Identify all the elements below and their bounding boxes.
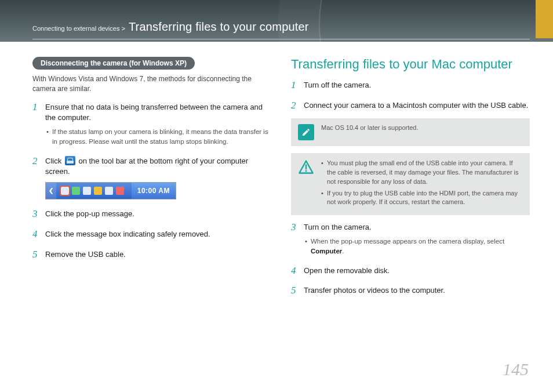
- safely-remove-icon: [65, 156, 75, 165]
- step-number: 2: [291, 100, 296, 110]
- step-bullet: When the pop-up message appears on the c…: [304, 237, 530, 256]
- taskbar-screenshot: ❮ 10:00 AM: [45, 182, 176, 199]
- step-number: 2: [32, 156, 38, 166]
- step-number: 5: [32, 249, 38, 259]
- right-steps: 1 Turn off the camera. 2 Connect your ca…: [291, 80, 530, 111]
- step-text: Click the message box indicating safely …: [45, 230, 210, 238]
- warning-note: You must plug the small end of the USB c…: [291, 153, 530, 216]
- warning-icon: [298, 159, 314, 175]
- section-title: Transferring files to your Mac computer: [291, 57, 530, 72]
- tray-icon: [83, 187, 91, 195]
- step-text: Transfer photos or videos to the compute…: [304, 286, 445, 295]
- step-text-pre: Click: [45, 157, 61, 165]
- list-item: 3 Click the pop-up message.: [32, 209, 271, 220]
- step-bullet: If the status lamp on your camera is bli…: [45, 127, 271, 146]
- step-number: 3: [291, 222, 296, 232]
- page-body: Disconnecting the camera (for Windows XP…: [0, 42, 553, 392]
- list-item: 5 Remove the USB cable.: [32, 249, 271, 260]
- warning-item: If you try to plug the USB cable into th…: [321, 189, 523, 208]
- tray-icon: [94, 187, 102, 195]
- right-steps-cont: 3 Turn on the camera. When the pop-up me…: [291, 222, 530, 296]
- svg-point-1: [305, 170, 307, 172]
- list-item: 2 Click on the tool bar at the bottom ri…: [32, 156, 271, 200]
- taskbar-clock: 10:00 AM: [132, 183, 176, 199]
- step-text: Connect your camera to a Macintosh compu…: [304, 101, 528, 110]
- page-number: 145: [503, 360, 529, 379]
- step-text-post: on the tool bar at the bottom right of y…: [45, 157, 248, 176]
- list-item: 1 Turn off the camera.: [291, 80, 530, 91]
- step-number: 3: [32, 209, 38, 219]
- list-item: 2 Connect your camera to a Macintosh com…: [291, 100, 530, 111]
- system-tray: [56, 187, 129, 195]
- right-column: Transferring files to your Mac computer …: [291, 57, 530, 306]
- accent-tab: [536, 0, 553, 38]
- step-text: Open the removable disk.: [304, 266, 390, 275]
- warning-list: You must plug the small end of the USB c…: [321, 159, 523, 210]
- tray-icon: [116, 187, 124, 195]
- list-item: 5 Transfer photos or videos to the compu…: [291, 285, 530, 296]
- info-note: Mac OS 10.4 or later is supported.: [291, 118, 530, 146]
- list-item: 4 Open the removable disk.: [291, 266, 530, 277]
- tray-icon: [61, 187, 69, 195]
- breadcrumb: Connecting to external devices > Transfe…: [32, 20, 309, 34]
- bullet-pre: When the pop-up message appears on the c…: [311, 238, 504, 245]
- warning-item: You must plug the small end of the USB c…: [321, 159, 523, 187]
- tray-icon: [105, 187, 113, 195]
- page-header: Connecting to external devices > Transfe…: [0, 0, 553, 42]
- tray-icon: [72, 187, 80, 195]
- breadcrumb-prefix: Connecting to external devices >: [32, 25, 125, 32]
- header-divider: [32, 39, 530, 39]
- intro-text: With Windows Vista and Windows 7, the me…: [32, 74, 271, 94]
- tray-expand-icon: ❮: [46, 183, 56, 199]
- list-item: 1 Ensure that no data is being transferr…: [32, 102, 271, 147]
- step-number: 5: [291, 285, 296, 295]
- breadcrumb-title: Transferring files to your computer: [129, 20, 309, 34]
- pencil-icon: [298, 124, 314, 140]
- step-text: Turn on the camera.: [304, 223, 372, 231]
- left-column: Disconnecting the camera (for Windows XP…: [32, 57, 271, 306]
- step-text: Ensure that no data is being transferred…: [45, 103, 263, 122]
- step-number: 4: [32, 229, 38, 239]
- list-item: 4 Click the message box indicating safel…: [32, 229, 271, 240]
- step-number: 4: [291, 266, 296, 275]
- step-text: Click the pop-up message.: [45, 209, 134, 218]
- subsection-pill: Disconnecting the camera (for Windows XP…: [32, 57, 195, 70]
- bullet-bold: Computer: [311, 248, 342, 255]
- left-steps: 1 Ensure that no data is being transferr…: [32, 102, 271, 260]
- info-note-text: Mac OS 10.4 or later is supported.: [321, 124, 419, 131]
- bullet-post: .: [342, 248, 344, 255]
- step-text: Turn off the camera.: [304, 81, 371, 89]
- step-text: Remove the USB cable.: [45, 250, 126, 259]
- step-number: 1: [32, 102, 38, 112]
- step-number: 1: [291, 80, 296, 90]
- list-item: 3 Turn on the camera. When the pop-up me…: [291, 222, 530, 256]
